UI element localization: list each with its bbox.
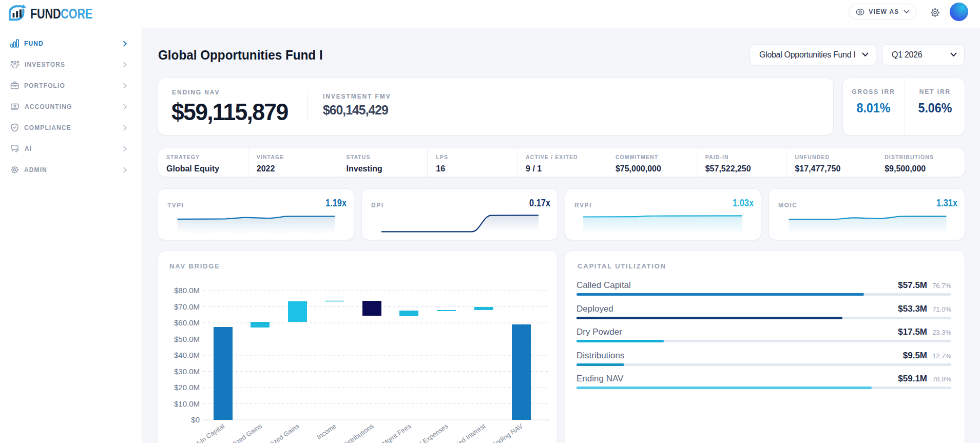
svg-text:$70.0M: $70.0M	[174, 302, 200, 311]
svg-text:$80.0M: $80.0M	[174, 286, 200, 295]
svg-text:Distributions: Distributions	[340, 422, 375, 443]
svg-text:$40.0M: $40.0M	[174, 351, 200, 359]
svg-text:$0: $0	[191, 415, 200, 424]
svg-text:Paid-In Capital: Paid-In Capital	[186, 422, 226, 443]
svg-text:$50.0M: $50.0M	[174, 335, 200, 343]
svg-text:Unrealized Gains: Unrealized Gains	[254, 422, 301, 443]
svg-text:Realized Gains: Realized Gains	[222, 422, 263, 443]
svg-text:Income: Income	[315, 422, 338, 441]
svg-text:Carried Interest: Carried Interest	[445, 422, 487, 443]
svg-text:$60.0M: $60.0M	[174, 318, 200, 327]
svg-text:$10.0M: $10.0M	[174, 399, 200, 408]
svg-text:$20.0M: $20.0M	[174, 383, 200, 392]
svg-text:Fund Expenses: Fund Expenses	[407, 422, 450, 443]
svg-text:Ending NAV: Ending NAV	[490, 422, 524, 443]
svg-text:Mgmt Fees: Mgmt Fees	[380, 422, 412, 443]
svg-text:$30.0M: $30.0M	[174, 367, 200, 376]
